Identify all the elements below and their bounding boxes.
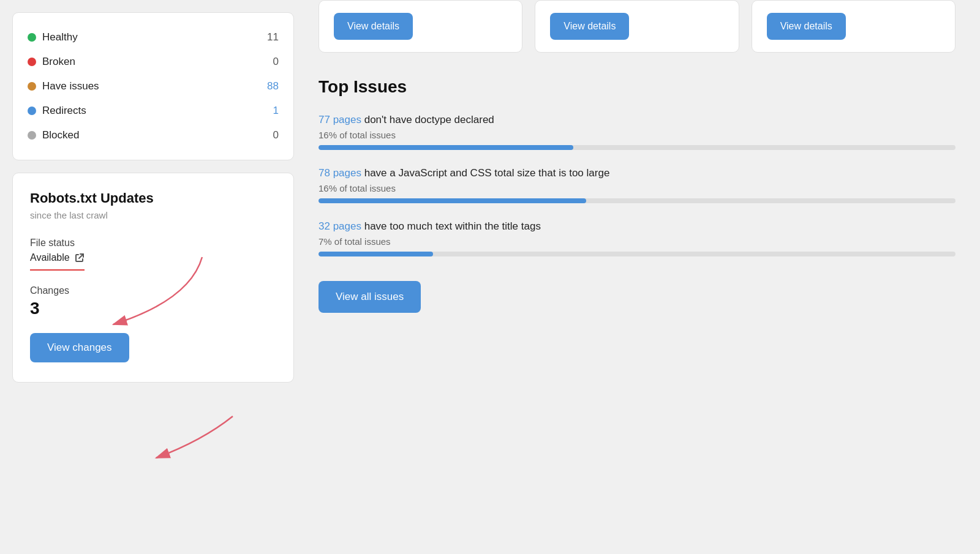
status-item-blocked: Blocked 0: [28, 123, 279, 148]
blocked-count: 0: [273, 129, 279, 141]
robots-card: Robots.txt Updates since the last crawl …: [12, 173, 294, 383]
healthy-dot: [28, 33, 36, 42]
progress-bar-bg-2: [318, 198, 956, 203]
progress-bar-fill-1: [318, 145, 573, 150]
view-details-button-3[interactable]: View details: [767, 13, 846, 40]
view-details-button-1[interactable]: View details: [334, 13, 413, 40]
status-item-broken: Broken 0: [28, 50, 279, 74]
redirects-count: 1: [273, 105, 279, 117]
issue-percentage-2: 16% of total issues: [318, 183, 956, 193]
issue-pages-link-1[interactable]: 77 pages: [318, 114, 361, 125]
changes-label: Changes: [30, 285, 276, 296]
left-panel: Healthy 11 Broken 0 Have issues 88: [0, 0, 294, 554]
view-details-card-2: View details: [535, 0, 739, 53]
view-details-card-1: View details: [318, 0, 522, 53]
issue-description-3: 32 pages have too much text within the t…: [318, 220, 956, 233]
right-panel: View details View details View details T…: [294, 0, 980, 554]
broken-dot: [28, 58, 36, 66]
status-item-healthy: Healthy 11: [28, 25, 279, 50]
changes-count: 3: [30, 299, 276, 318]
issue-pages-link-2[interactable]: 78 pages: [318, 167, 361, 179]
issue-percentage-1: 16% of total issues: [318, 130, 956, 140]
blocked-dot: [28, 131, 36, 140]
have-issues-label: Have issues: [42, 80, 99, 92]
healthy-label: Healthy: [42, 31, 78, 43]
redirects-label: Redirects: [42, 105, 86, 117]
issue-item-3: 32 pages have too much text within the t…: [318, 220, 956, 256]
robots-title: Robots.txt Updates: [30, 190, 276, 206]
issue-text-3: have too much text within the title tags: [361, 220, 541, 232]
status-item-redirects: Redirects 1: [28, 99, 279, 123]
status-item-have-issues: Have issues 88: [28, 74, 279, 99]
view-details-card-3: View details: [752, 0, 956, 53]
top-issues-section: Top Issues 77 pages don't have doctype d…: [318, 77, 956, 313]
file-status-value[interactable]: Available: [30, 252, 85, 271]
file-status-label: File status: [30, 238, 276, 249]
progress-bar-fill-2: [318, 198, 586, 203]
svg-line-0: [79, 254, 83, 258]
issue-description-1: 77 pages don't have doctype declared: [318, 114, 956, 126]
issue-percentage-3: 7% of total issues: [318, 236, 956, 247]
issue-text-1: don't have doctype declared: [361, 114, 494, 125]
view-changes-button[interactable]: View changes: [30, 333, 129, 362]
have-issues-dot: [28, 82, 36, 91]
issue-text-2: have a JavaScript and CSS total size tha…: [361, 167, 609, 179]
issue-description-2: 78 pages have a JavaScript and CSS total…: [318, 167, 956, 179]
redirects-dot: [28, 107, 36, 115]
healthy-count: 11: [267, 31, 279, 43]
progress-bar-bg-1: [318, 145, 956, 150]
issue-item-1: 77 pages don't have doctype declared 16%…: [318, 114, 956, 150]
external-link-icon: [75, 253, 85, 263]
top-issues-title: Top Issues: [318, 77, 956, 97]
issue-item-2: 78 pages have a JavaScript and CSS total…: [318, 167, 956, 203]
broken-count: 0: [273, 56, 279, 68]
robots-subtitle: since the last crawl: [30, 210, 276, 220]
issue-pages-link-3[interactable]: 32 pages: [318, 220, 361, 232]
view-details-button-2[interactable]: View details: [550, 13, 629, 40]
view-all-issues-button[interactable]: View all issues: [318, 281, 421, 313]
progress-bar-bg-3: [318, 252, 956, 256]
broken-label: Broken: [42, 56, 75, 68]
have-issues-count: 88: [267, 80, 279, 92]
progress-bar-fill-3: [318, 252, 433, 256]
view-details-row: View details View details View details: [318, 0, 956, 53]
blocked-label: Blocked: [42, 129, 79, 141]
status-card: Healthy 11 Broken 0 Have issues 88: [12, 12, 294, 160]
